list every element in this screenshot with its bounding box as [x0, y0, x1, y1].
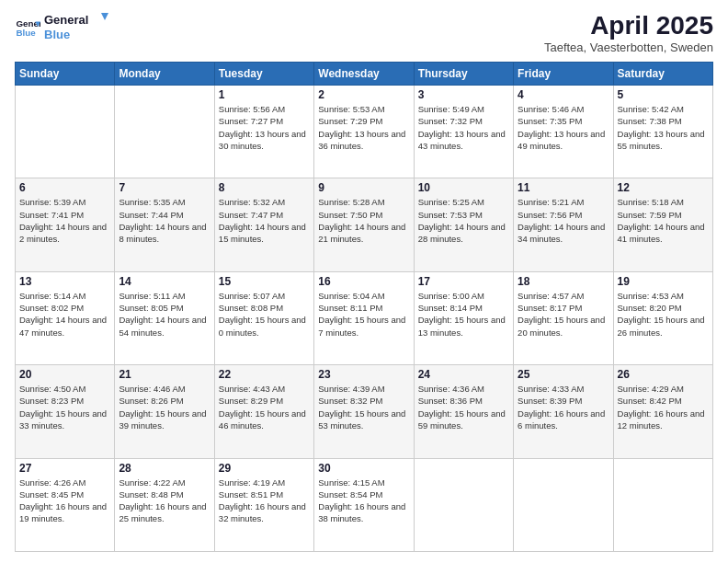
weekday-header-row: SundayMondayTuesdayWednesdayThursdayFrid…	[16, 63, 713, 86]
day-cell: 20Sunrise: 4:50 AMSunset: 8:23 PMDayligh…	[16, 365, 115, 458]
day-cell: 28Sunrise: 4:22 AMSunset: 8:48 PMDayligh…	[115, 458, 214, 551]
day-info: Sunrise: 5:39 AMSunset: 7:41 PMDaylight:…	[19, 196, 110, 245]
day-number: 14	[119, 275, 210, 288]
day-number: 8	[219, 181, 310, 194]
day-info: Sunrise: 5:46 AMSunset: 7:35 PMDaylight:…	[518, 103, 609, 152]
subtitle: Taeftea, Vaesterbotten, Sweden	[544, 40, 713, 54]
day-info: Sunrise: 5:49 AMSunset: 7:32 PMDaylight:…	[418, 103, 509, 152]
day-number: 16	[318, 275, 409, 288]
day-cell: 4Sunrise: 5:46 AMSunset: 7:35 PMDaylight…	[514, 86, 613, 178]
day-cell: 3Sunrise: 5:49 AMSunset: 7:32 PMDaylight…	[414, 86, 513, 178]
weekday-header-sunday: Sunday	[16, 63, 115, 86]
week-row-2: 6Sunrise: 5:39 AMSunset: 7:41 PMDaylight…	[16, 178, 713, 271]
day-info: Sunrise: 4:57 AMSunset: 8:17 PMDaylight:…	[518, 290, 609, 339]
day-info: Sunrise: 4:36 AMSunset: 8:36 PMDaylight:…	[418, 383, 509, 431]
day-number: 25	[518, 368, 609, 381]
day-cell: 29Sunrise: 4:19 AMSunset: 8:51 PMDayligh…	[214, 458, 313, 551]
weekday-header-wednesday: Wednesday	[314, 63, 414, 86]
day-info: Sunrise: 5:32 AMSunset: 7:47 PMDaylight:…	[219, 196, 310, 245]
day-cell: 19Sunrise: 4:53 AMSunset: 8:20 PMDayligh…	[613, 271, 712, 364]
day-number: 20	[19, 368, 110, 381]
day-info: Sunrise: 5:53 AMSunset: 7:29 PMDaylight:…	[318, 103, 409, 152]
day-cell: 1Sunrise: 5:56 AMSunset: 7:27 PMDaylight…	[214, 86, 313, 178]
day-info: Sunrise: 5:42 AMSunset: 7:38 PMDaylight:…	[618, 103, 709, 152]
week-row-1: 1Sunrise: 5:56 AMSunset: 7:27 PMDaylight…	[16, 86, 713, 178]
day-number: 6	[19, 181, 110, 194]
week-row-4: 20Sunrise: 4:50 AMSunset: 8:23 PMDayligh…	[16, 365, 713, 458]
day-cell	[613, 458, 712, 551]
day-info: Sunrise: 4:33 AMSunset: 8:39 PMDaylight:…	[518, 383, 609, 431]
day-info: Sunrise: 4:22 AMSunset: 8:48 PMDaylight:…	[119, 477, 210, 525]
day-number: 11	[518, 181, 609, 194]
logo-svg: General Blue	[44, 11, 108, 44]
day-info: Sunrise: 4:50 AMSunset: 8:23 PMDaylight:…	[19, 383, 110, 431]
day-number: 22	[219, 368, 310, 381]
day-number: 27	[19, 462, 110, 475]
day-cell	[115, 86, 214, 178]
day-cell: 24Sunrise: 4:36 AMSunset: 8:36 PMDayligh…	[414, 365, 513, 458]
day-info: Sunrise: 5:35 AMSunset: 7:44 PMDaylight:…	[119, 196, 210, 245]
day-info: Sunrise: 4:15 AMSunset: 8:54 PMDaylight:…	[318, 477, 409, 525]
day-cell: 26Sunrise: 4:29 AMSunset: 8:42 PMDayligh…	[613, 365, 712, 458]
day-cell: 22Sunrise: 4:43 AMSunset: 8:29 PMDayligh…	[214, 365, 313, 458]
svg-marker-4	[101, 13, 108, 20]
day-number: 13	[19, 275, 110, 288]
day-cell: 13Sunrise: 5:14 AMSunset: 8:02 PMDayligh…	[16, 271, 115, 364]
day-info: Sunrise: 5:18 AMSunset: 7:59 PMDaylight:…	[618, 196, 709, 245]
day-cell: 9Sunrise: 5:28 AMSunset: 7:50 PMDaylight…	[314, 178, 414, 271]
page: General Blue General Blue April 2025 Tae…	[0, 0, 728, 563]
day-cell: 6Sunrise: 5:39 AMSunset: 7:41 PMDaylight…	[16, 178, 115, 271]
day-cell: 10Sunrise: 5:25 AMSunset: 7:53 PMDayligh…	[414, 178, 513, 271]
day-info: Sunrise: 5:25 AMSunset: 7:53 PMDaylight:…	[418, 196, 509, 245]
day-number: 23	[318, 368, 409, 381]
day-cell	[514, 458, 613, 551]
day-number: 12	[618, 181, 709, 194]
day-info: Sunrise: 5:11 AMSunset: 8:05 PMDaylight:…	[119, 290, 210, 339]
day-cell	[16, 86, 115, 178]
day-number: 1	[219, 88, 310, 101]
day-cell: 8Sunrise: 5:32 AMSunset: 7:47 PMDaylight…	[214, 178, 313, 271]
day-number: 17	[418, 275, 509, 288]
day-info: Sunrise: 4:26 AMSunset: 8:45 PMDaylight:…	[19, 477, 110, 525]
day-number: 30	[318, 462, 409, 475]
day-cell: 27Sunrise: 4:26 AMSunset: 8:45 PMDayligh…	[16, 458, 115, 551]
day-number: 5	[618, 88, 709, 101]
day-cell: 12Sunrise: 5:18 AMSunset: 7:59 PMDayligh…	[613, 178, 712, 271]
weekday-header-thursday: Thursday	[414, 63, 513, 86]
day-info: Sunrise: 5:04 AMSunset: 8:11 PMDaylight:…	[318, 290, 409, 339]
day-number: 9	[318, 181, 409, 194]
main-title: April 2025	[544, 11, 713, 40]
day-info: Sunrise: 4:53 AMSunset: 8:20 PMDaylight:…	[618, 290, 709, 339]
day-number: 28	[119, 462, 210, 475]
week-row-3: 13Sunrise: 5:14 AMSunset: 8:02 PMDayligh…	[16, 271, 713, 364]
day-number: 15	[219, 275, 310, 288]
title-block: April 2025 Taeftea, Vaesterbotten, Swede…	[544, 11, 713, 54]
day-info: Sunrise: 4:46 AMSunset: 8:26 PMDaylight:…	[119, 383, 210, 431]
weekday-header-friday: Friday	[514, 63, 613, 86]
day-info: Sunrise: 4:19 AMSunset: 8:51 PMDaylight:…	[219, 477, 310, 525]
day-cell: 2Sunrise: 5:53 AMSunset: 7:29 PMDaylight…	[314, 86, 414, 178]
day-info: Sunrise: 4:29 AMSunset: 8:42 PMDaylight:…	[618, 383, 709, 431]
day-cell: 30Sunrise: 4:15 AMSunset: 8:54 PMDayligh…	[314, 458, 414, 551]
day-number: 21	[119, 368, 210, 381]
day-cell: 11Sunrise: 5:21 AMSunset: 7:56 PMDayligh…	[514, 178, 613, 271]
day-info: Sunrise: 4:39 AMSunset: 8:32 PMDaylight:…	[318, 383, 409, 431]
svg-text:General: General	[44, 13, 88, 27]
day-number: 26	[618, 368, 709, 381]
day-cell: 18Sunrise: 4:57 AMSunset: 8:17 PMDayligh…	[514, 271, 613, 364]
day-cell: 7Sunrise: 5:35 AMSunset: 7:44 PMDaylight…	[115, 178, 214, 271]
header: General Blue General Blue April 2025 Tae…	[15, 11, 713, 54]
week-row-5: 27Sunrise: 4:26 AMSunset: 8:45 PMDayligh…	[16, 458, 713, 551]
svg-text:Blue: Blue	[44, 28, 70, 41]
day-number: 24	[418, 368, 509, 381]
weekday-header-saturday: Saturday	[613, 63, 712, 86]
day-info: Sunrise: 4:43 AMSunset: 8:29 PMDaylight:…	[219, 383, 310, 431]
day-cell: 25Sunrise: 4:33 AMSunset: 8:39 PMDayligh…	[514, 365, 613, 458]
day-number: 3	[418, 88, 509, 101]
day-number: 2	[318, 88, 409, 101]
day-number: 19	[618, 275, 709, 288]
day-cell: 16Sunrise: 5:04 AMSunset: 8:11 PMDayligh…	[314, 271, 414, 364]
day-cell: 23Sunrise: 4:39 AMSunset: 8:32 PMDayligh…	[314, 365, 414, 458]
day-number: 7	[119, 181, 210, 194]
day-info: Sunrise: 5:14 AMSunset: 8:02 PMDaylight:…	[19, 290, 110, 339]
